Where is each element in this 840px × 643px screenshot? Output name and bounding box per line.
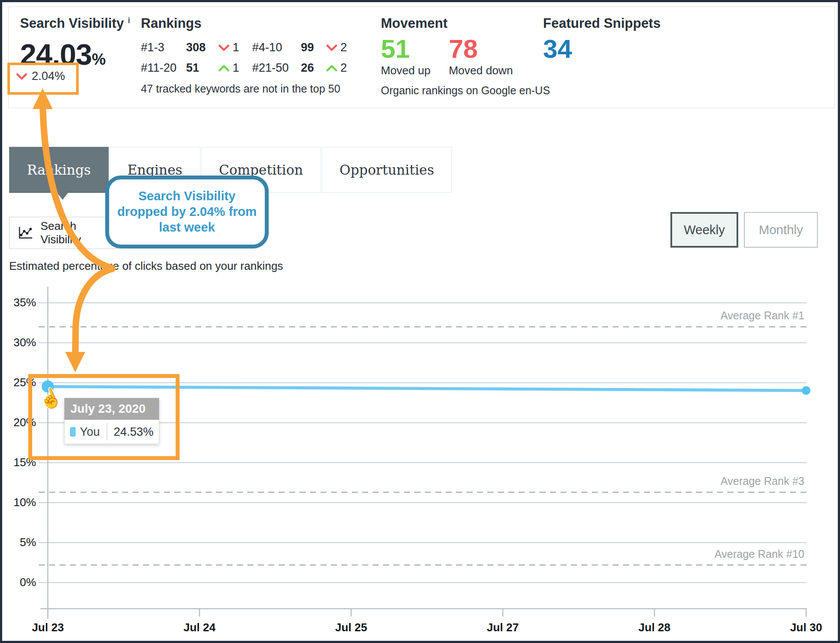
rank-bucket-change: 2 bbox=[326, 61, 352, 75]
featured-snippets-title: Featured Snippets bbox=[543, 16, 660, 31]
y-axis-tick-label: 10% bbox=[5, 496, 36, 509]
rankings-footnote: 47 tracked keywords are not in the top 5… bbox=[141, 83, 352, 95]
tooltip-series-name: You bbox=[80, 425, 100, 439]
x-axis-tick-label: Jul 27 bbox=[477, 621, 529, 634]
change-value: 2.04% bbox=[32, 70, 65, 83]
y-axis-tick-label: 35% bbox=[5, 296, 36, 309]
line-chart-icon bbox=[17, 226, 33, 240]
search-visibility-title: Search Visibilityi bbox=[20, 16, 130, 31]
rank-bucket-change: 2 bbox=[326, 41, 352, 54]
rank-bucket-label: #1-3 bbox=[141, 41, 186, 54]
reference-line-label: Average Rank #3 bbox=[674, 475, 804, 487]
data-point-end[interactable] bbox=[802, 386, 810, 395]
tooltip-date: July 23, 2020 bbox=[64, 398, 159, 420]
chart-tooltip: July 23, 2020 You 24.53% bbox=[64, 398, 159, 444]
x-axis-tick-label: Jul 24 bbox=[173, 621, 226, 634]
y-axis-tick-label: 0% bbox=[5, 576, 36, 589]
moved-down-value: 78 bbox=[449, 34, 513, 64]
callout-line2: dropped by 2.04% from bbox=[117, 204, 257, 220]
callout-line1: Search Visibility bbox=[138, 189, 236, 204]
reference-line-label: Average Rank #10 bbox=[674, 548, 804, 560]
weekly-toggle-button[interactable]: Weekly bbox=[670, 212, 738, 248]
rank-bucket-change: 1 bbox=[218, 41, 252, 54]
featured-snippets-section: Featured Snippets 34 bbox=[543, 16, 660, 64]
rank-bucket-value: 308 bbox=[186, 41, 218, 54]
rank-bucket-label: #4-10 bbox=[252, 41, 301, 54]
rank-bucket-value: 51 bbox=[186, 61, 218, 75]
rank-delta: 2 bbox=[340, 41, 347, 54]
rank-bucket-label: #21-50 bbox=[252, 61, 301, 75]
rank-delta: 1 bbox=[233, 41, 239, 54]
movement-title: Movement bbox=[381, 16, 550, 31]
monthly-label: Monthly bbox=[759, 223, 803, 237]
monthly-toggle-button[interactable]: Monthly bbox=[744, 212, 818, 248]
chevron-down-icon bbox=[218, 44, 230, 52]
rank-delta: 1 bbox=[233, 61, 239, 75]
y-axis-tick-label: 5% bbox=[5, 536, 36, 549]
tooltip-divider bbox=[107, 424, 107, 440]
y-axis-tick-label: 30% bbox=[5, 336, 36, 349]
moved-down-label: Moved down bbox=[449, 64, 513, 77]
annotation-callout: Search Visibility dropped by 2.04% from … bbox=[105, 176, 269, 249]
callout-line3: last week bbox=[159, 220, 215, 235]
rankings-grid: #1-33081#4-10992#11-20511#21-50262 bbox=[141, 41, 352, 75]
rank-delta: 2 bbox=[340, 61, 347, 75]
chevron-down-icon bbox=[16, 73, 27, 80]
rank-bucket-label: #11-20 bbox=[141, 61, 186, 75]
rankings-section: Rankings #1-33081#4-10992#11-20511#21-50… bbox=[141, 16, 352, 95]
tab-rankings[interactable]: Rankings bbox=[9, 147, 109, 193]
moved-up-value: 51 bbox=[381, 34, 430, 64]
info-icon[interactable]: i bbox=[128, 16, 130, 25]
x-axis-tick-label: Jul 30 bbox=[780, 621, 832, 634]
movement-footnote: Organic rankings on Google en-US bbox=[381, 84, 550, 97]
change-highlight-box: 2.04% bbox=[7, 63, 79, 95]
weekly-label: Weekly bbox=[684, 223, 725, 237]
chevron-up-icon bbox=[218, 64, 230, 72]
x-axis-tick-label: Jul 25 bbox=[325, 621, 377, 634]
chevron-up-icon bbox=[326, 64, 337, 72]
series-swatch bbox=[70, 427, 76, 437]
chevron-down-icon bbox=[326, 44, 337, 52]
reference-line-label: Average Rank #1 bbox=[674, 309, 804, 322]
search-visibility-title-text: Search Visibility bbox=[20, 16, 124, 31]
rank-bucket-change: 1 bbox=[218, 61, 252, 75]
tab-opportunities[interactable]: Opportunities bbox=[322, 147, 452, 193]
active-tab-notch bbox=[57, 192, 69, 200]
metric-selector-button[interactable]: Search Visibility bbox=[9, 217, 119, 249]
moved-up-label: Moved up bbox=[381, 64, 430, 77]
rankings-title: Rankings bbox=[141, 16, 352, 31]
arrowhead-down bbox=[65, 352, 85, 372]
stats-summary-card: Search Visibilityi 24.03% Rankings #1-33… bbox=[8, 7, 835, 108]
movement-section: Movement 51 Moved up 78 Moved down Organ… bbox=[381, 16, 550, 97]
featured-snippets-value: 34 bbox=[543, 34, 660, 64]
chart-subtitle: Estimated percentage of clicks based on … bbox=[9, 259, 283, 273]
rank-bucket-value: 99 bbox=[301, 41, 326, 54]
rank-bucket-value: 26 bbox=[301, 61, 326, 75]
x-axis-tick-label: Jul 23 bbox=[22, 621, 74, 634]
tooltip-value: 24.53% bbox=[113, 425, 153, 439]
x-axis-tick-label: Jul 28 bbox=[628, 621, 680, 634]
